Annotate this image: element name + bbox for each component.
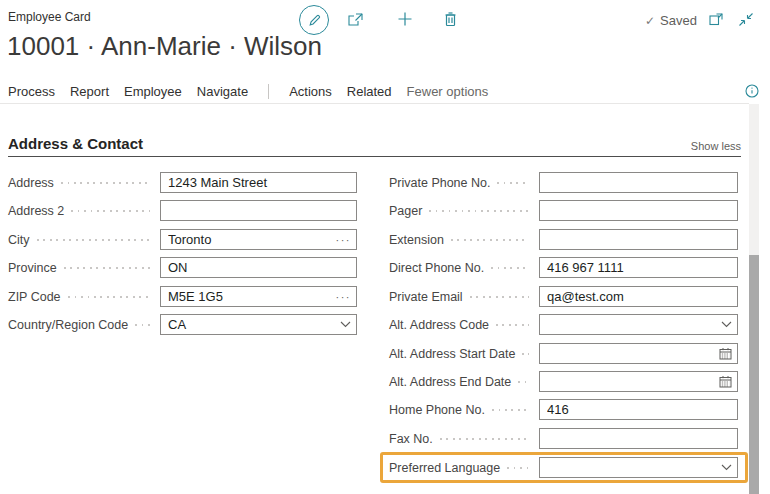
page-title: 10001 · Ann-Marie · Wilson (7, 31, 322, 62)
city-input[interactable] (161, 231, 334, 248)
field-label: Pager (389, 204, 422, 218)
field-label: ZIP Code (8, 290, 61, 304)
zip-code-field: ··· (160, 286, 357, 307)
dotted-leader (61, 182, 150, 184)
scrollbar-thumb[interactable] (749, 255, 759, 494)
assist-edit-icon[interactable]: ··· (334, 235, 357, 245)
info-button[interactable] (745, 84, 759, 98)
home-phone-no-field (539, 399, 738, 420)
menu-divider (268, 84, 269, 99)
menu-process[interactable]: Process (8, 84, 55, 99)
saved-label: Saved (660, 13, 697, 28)
field-row-fax-no: Fax No. (389, 428, 738, 449)
menu-actions[interactable]: Actions (289, 84, 332, 99)
private-phone-no-field (539, 172, 738, 193)
employee-card-page: Employee Card 10001 · Ann-Marie · Wilson (0, 0, 770, 494)
pager-input[interactable] (540, 202, 737, 219)
edit-button[interactable] (299, 5, 329, 35)
field-row-pager: Pager (389, 200, 738, 221)
chevron-down-icon[interactable] (338, 321, 356, 328)
calendar-icon[interactable] (717, 375, 737, 388)
menu-navigate[interactable]: Navigate (197, 84, 248, 99)
chevron-down-icon[interactable] (719, 321, 737, 328)
dotted-leader (497, 182, 529, 184)
menu-related[interactable]: Related (347, 84, 392, 99)
extension-input[interactable] (540, 231, 737, 248)
calendar-icon[interactable] (717, 347, 737, 360)
menu-report[interactable]: Report (70, 84, 109, 99)
collapse-arrows-icon (738, 12, 754, 27)
collapse-button[interactable] (738, 12, 754, 27)
dotted-leader (470, 296, 529, 298)
private-phone-no-input[interactable] (540, 174, 737, 191)
preferred-language-input[interactable] (540, 459, 719, 476)
country-region-code-field (160, 314, 357, 335)
home-phone-no-input[interactable] (540, 401, 737, 418)
save-status: ✓ Saved (645, 13, 697, 28)
field-row-alt-address-end-date: Alt. Address End Date (389, 371, 738, 392)
alt-address-code-input[interactable] (540, 316, 719, 333)
field-row-alt-address-start-date: Alt. Address Start Date (389, 343, 738, 364)
field-row-country-region-code: Country/Region Code (8, 314, 357, 335)
field-row-zip-code: ZIP Code ··· (8, 286, 357, 307)
address-2-field (160, 200, 357, 221)
field-label: Extension (389, 233, 444, 247)
share-button[interactable] (347, 11, 365, 28)
zip-code-input[interactable] (161, 288, 334, 305)
field-label: Fax No. (389, 432, 433, 446)
dotted-leader (68, 296, 150, 298)
province-input[interactable] (161, 259, 356, 276)
field-label: City (8, 233, 30, 247)
fewer-options-button[interactable]: Fewer options (407, 84, 489, 99)
field-label: Address 2 (8, 204, 64, 218)
extension-field (539, 229, 738, 250)
field-row-city: City ··· (8, 229, 357, 250)
chevron-down-icon[interactable] (719, 464, 737, 471)
dotted-leader (492, 409, 529, 411)
section-underline (8, 156, 741, 157)
field-row-extension: Extension (389, 229, 738, 250)
field-label: Province (8, 261, 57, 275)
delete-button[interactable] (443, 11, 458, 27)
alt-address-start-date-input[interactable] (540, 345, 717, 362)
page-caption: Employee Card (8, 10, 91, 24)
plus-icon (397, 11, 413, 27)
menu-employee[interactable]: Employee (124, 84, 182, 99)
fax-no-input[interactable] (540, 430, 737, 447)
dotted-leader (518, 381, 529, 383)
province-field (160, 257, 357, 278)
trash-icon (443, 11, 458, 27)
new-button[interactable] (397, 11, 413, 27)
alt-address-end-date-input[interactable] (540, 373, 717, 390)
direct-phone-no-input[interactable] (540, 259, 737, 276)
private-email-input[interactable] (540, 288, 737, 305)
field-row-address: Address (8, 172, 357, 193)
field-row-alt-address-code: Alt. Address Code (389, 314, 738, 335)
pager-field (539, 200, 738, 221)
direct-phone-no-field (539, 257, 738, 278)
pencil-icon (307, 13, 322, 28)
show-less-link[interactable]: Show less (691, 140, 741, 152)
dotted-leader (522, 353, 529, 355)
alt-address-code-field (539, 314, 738, 335)
field-row-private-email: Private Email (389, 286, 738, 307)
field-row-private-phone-no: Private Phone No. (389, 172, 738, 193)
address-input[interactable] (161, 174, 356, 191)
info-icon (745, 84, 759, 98)
field-row-province: Province (8, 257, 357, 278)
country-region-code-input[interactable] (161, 316, 338, 333)
field-label: Direct Phone No. (389, 261, 484, 275)
dotted-leader (71, 210, 150, 212)
action-bar: Process Report Employee Navigate Actions… (8, 82, 488, 100)
popout-icon (708, 12, 724, 27)
dotted-leader (496, 324, 529, 326)
field-label: Private Email (389, 290, 463, 304)
field-row-address-2: Address 2 (8, 200, 357, 221)
field-label: Country/Region Code (8, 318, 128, 332)
vertical-scrollbar[interactable] (749, 104, 759, 494)
assist-edit-icon[interactable]: ··· (334, 292, 357, 302)
address-2-input[interactable] (161, 202, 356, 219)
popout-button[interactable] (708, 12, 724, 27)
dotted-leader (64, 267, 150, 269)
dotted-leader (429, 210, 529, 212)
